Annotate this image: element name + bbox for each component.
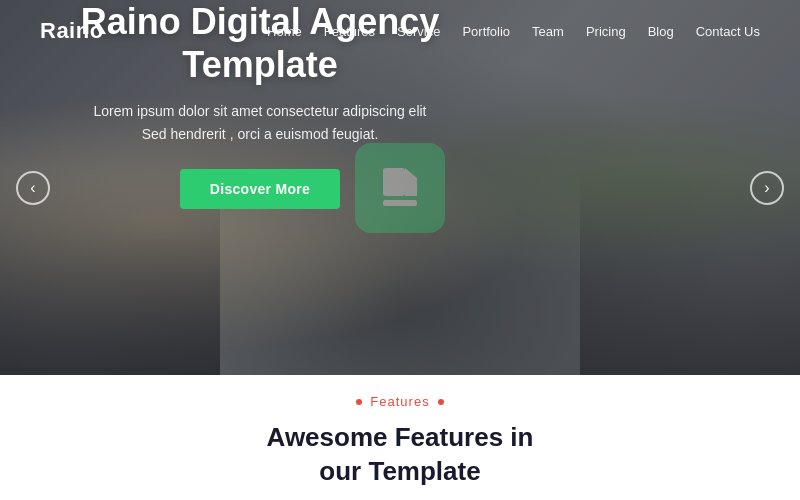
nav-link-team[interactable]: Team (532, 24, 564, 39)
features-heading-line2: our Template (319, 456, 480, 486)
nav-item-home[interactable]: Home (267, 22, 302, 40)
next-slide-button[interactable]: › (750, 171, 784, 205)
nav-link-contact[interactable]: Contact Us (696, 24, 760, 39)
features-section: Features Awesome Features in our Templat… (0, 375, 800, 500)
nav-link-home[interactable]: Home (267, 24, 302, 39)
nav-item-contact[interactable]: Contact Us (696, 22, 760, 40)
hero-subtitle: Lorem ipsum dolor sit amet consectetur a… (20, 100, 500, 145)
features-label-text: Features (370, 394, 429, 409)
features-label: Features (356, 394, 443, 409)
brand-logo[interactable]: Raino (40, 18, 104, 44)
nav-links-list: Home Features Service Portfolio Team Pri… (267, 22, 760, 40)
hero-section: Raino Home Features Service Portfolio Te… (0, 0, 800, 375)
nav-item-team[interactable]: Team (532, 22, 564, 40)
hero-subtitle-line1: Lorem ipsum dolor sit amet consectetur a… (93, 103, 426, 119)
discover-more-button[interactable]: Discover More (180, 169, 340, 209)
nav-link-pricing[interactable]: Pricing (586, 24, 626, 39)
chevron-right-icon: › (764, 179, 769, 197)
nav-link-blog[interactable]: Blog (648, 24, 674, 39)
nav-menu: Home Features Service Portfolio Team Pri… (267, 22, 760, 40)
navbar: Raino Home Features Service Portfolio Te… (0, 0, 800, 62)
nav-item-portfolio[interactable]: Portfolio (462, 22, 510, 40)
nav-link-features[interactable]: Features (324, 24, 375, 39)
hero-subtitle-line2: Sed hendrerit , orci a euismod feugiat. (142, 126, 379, 142)
features-heading-line1: Awesome Features in (267, 422, 534, 452)
nav-item-pricing[interactable]: Pricing (586, 22, 626, 40)
chevron-left-icon: ‹ (30, 179, 35, 197)
nav-link-service[interactable]: Service (397, 24, 440, 39)
label-dot-right (438, 399, 444, 405)
prev-slide-button[interactable]: ‹ (16, 171, 50, 205)
hero-right-people (580, 35, 800, 375)
features-heading: Awesome Features in our Template (267, 421, 534, 489)
nav-link-portfolio[interactable]: Portfolio (462, 24, 510, 39)
nav-item-blog[interactable]: Blog (648, 22, 674, 40)
nav-item-service[interactable]: Service (397, 22, 440, 40)
nav-item-features[interactable]: Features (324, 22, 375, 40)
label-dot-left (356, 399, 362, 405)
